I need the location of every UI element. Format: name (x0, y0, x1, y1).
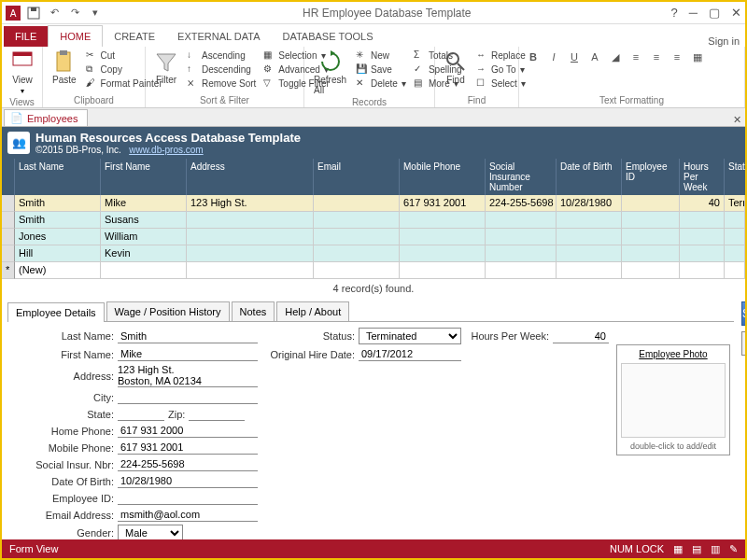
label-hiredate: Original Hire Date: (261, 349, 355, 360)
descending-button[interactable]: ↑Descending (185, 63, 258, 76)
ascending-button[interactable]: ↓Ascending (185, 49, 258, 62)
ssn-field[interactable] (118, 457, 258, 471)
vendor-link[interactable]: www.db-pros.com (129, 145, 203, 155)
tab-create[interactable]: CREATE (103, 26, 166, 47)
photo-box[interactable]: Employee Photo double-click to add/edit (616, 344, 730, 455)
row-selector[interactable] (2, 229, 15, 245)
col-dob[interactable]: Date of Birth (557, 159, 622, 195)
state-field[interactable] (118, 407, 164, 421)
ribbon-tabs: FILE HOME CREATE EXTERNAL DATA DATABASE … (2, 24, 745, 47)
view-button[interactable]: View ▾ (7, 49, 37, 97)
gridlines-button[interactable]: ▦ (689, 49, 706, 65)
maximize-icon[interactable]: ▢ (709, 6, 720, 20)
tab-external-data[interactable]: EXTERNAL DATA (166, 26, 271, 47)
italic-button[interactable]: I (545, 49, 562, 65)
table-row[interactable]: JonesWilliam (2, 229, 745, 245)
col-mobile[interactable]: Mobile Phone (400, 159, 486, 195)
filter-button[interactable]: Filter (151, 49, 181, 87)
view-datasheet-icon[interactable]: ▤ (692, 543, 701, 555)
refresh-all-button[interactable]: Refresh All (310, 49, 350, 97)
tab-database-tools[interactable]: DATABASE TOOLS (271, 26, 384, 47)
toggle-filter-icon: ▽ (263, 77, 275, 89)
save-icon[interactable] (26, 6, 41, 21)
delete-record-button[interactable]: ✕Delete ▾ (354, 77, 408, 90)
close-tab-icon[interactable]: ✕ (733, 114, 741, 126)
find-button[interactable]: Find (441, 49, 471, 87)
totals-icon: Σ (414, 49, 425, 61)
underline-button[interactable]: U (566, 49, 583, 65)
window-title: HR Employee Database Template (103, 7, 671, 20)
email-field[interactable] (118, 508, 258, 522)
svg-line-9 (458, 63, 464, 70)
undo-icon[interactable]: ↶ (47, 6, 62, 21)
tab-home[interactable]: HOME (48, 25, 103, 47)
col-hpw[interactable]: Hours Per Week (680, 159, 725, 195)
save-record-button[interactable]: 💾Save (354, 63, 408, 76)
hpw-field[interactable] (553, 329, 609, 343)
row-selector[interactable] (2, 195, 15, 212)
tab-wage-history[interactable]: Wage / Position History (106, 301, 230, 321)
help-icon[interactable]: ? (671, 6, 678, 20)
dob-field[interactable] (118, 474, 258, 488)
col-status[interactable]: Status (725, 159, 747, 195)
detail-tabs: Employee Details Wage / Position History… (7, 301, 734, 322)
col-address[interactable]: Address (187, 159, 314, 195)
hiredate-field[interactable] (359, 347, 461, 361)
homephone-field[interactable] (118, 424, 258, 438)
table-row-new[interactable]: * (New) (2, 262, 745, 279)
align-right-button[interactable]: ≡ (669, 49, 685, 65)
row-selector-new[interactable]: * (2, 262, 15, 279)
paste-button[interactable]: Paste (49, 49, 80, 87)
table-row[interactable]: HillKevin (2, 245, 745, 262)
minimize-icon[interactable]: ─ (689, 6, 698, 20)
photo-title: Employee Photo (639, 349, 707, 359)
view-form-icon[interactable]: ▦ (673, 543, 683, 555)
photo-placeholder[interactable] (621, 363, 726, 438)
label-firstname: First Name: (11, 349, 114, 360)
align-center-button[interactable]: ≡ (648, 49, 665, 65)
quit-button[interactable]: Quit (741, 331, 747, 356)
close-icon[interactable]: ✕ (731, 6, 741, 20)
detail-form: Last Name: Status: Terminated Hours Per … (7, 322, 613, 547)
group-clipboard: Clipboard (49, 95, 139, 105)
align-left-button[interactable]: ≡ (627, 49, 644, 65)
col-email[interactable]: Email (314, 159, 400, 195)
zip-field[interactable] (189, 407, 245, 421)
table-row[interactable]: SmithSusans (2, 212, 745, 229)
doc-tab-employees[interactable]: 📄 Employees (4, 109, 88, 126)
view-design-icon[interactable]: ✎ (729, 543, 738, 555)
group-sort-filter: Sort & Filter (151, 95, 298, 105)
fill-color-button[interactable]: ◢ (607, 49, 624, 65)
col-firstname[interactable]: First Name (101, 159, 187, 195)
col-ssn[interactable]: Social Insurance Number (486, 159, 557, 195)
lastname-field[interactable] (118, 329, 258, 343)
font-color-button[interactable]: A (586, 49, 603, 65)
city-field[interactable] (118, 390, 258, 404)
spelling-icon: ✓ (414, 63, 425, 75)
group-records: Records (310, 97, 429, 107)
view-layout-icon[interactable]: ▥ (711, 543, 720, 555)
row-selector[interactable] (2, 245, 15, 262)
mobilephone-field[interactable] (118, 441, 258, 455)
tab-file[interactable]: FILE (4, 26, 48, 47)
save-button[interactable]: Save (741, 301, 747, 326)
firstname-field[interactable] (118, 347, 258, 361)
remove-sort-button[interactable]: ⨯Remove Sort (185, 77, 258, 90)
row-selector[interactable] (2, 212, 15, 229)
col-eid[interactable]: Employee ID (622, 159, 680, 195)
qat-dropdown-icon[interactable]: ▾ (88, 6, 103, 21)
tab-employee-details[interactable]: Employee Details (7, 302, 105, 322)
table-row[interactable]: SmithMike123 High St.617 931 2001224-255… (2, 195, 745, 212)
sign-in-link[interactable]: Sign in (708, 35, 740, 47)
label-zip: Zip: (168, 409, 185, 420)
status-select[interactable]: Terminated (359, 328, 461, 344)
address-field[interactable] (118, 364, 258, 387)
new-record-button[interactable]: ✳New (354, 49, 408, 62)
bold-button[interactable]: B (525, 49, 542, 65)
col-lastname[interactable]: Last Name (15, 159, 101, 195)
redo-icon[interactable]: ↷ (67, 6, 82, 21)
tab-notes[interactable]: Notes (232, 301, 275, 321)
tab-help-about[interactable]: Help / About (276, 301, 349, 321)
view-icon (11, 50, 34, 73)
eid-field[interactable] (118, 491, 258, 505)
